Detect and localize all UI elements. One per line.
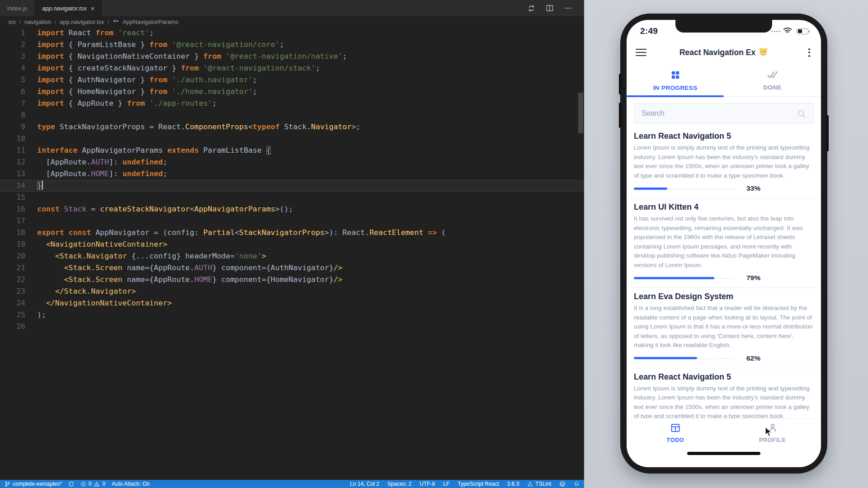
line-number[interactable]: 1 (0, 27, 25, 39)
line-number[interactable]: 5 (0, 74, 25, 86)
code-line-18[interactable]: 18export const AppNavigator = (config: P… (0, 227, 584, 239)
progress-row: 33% (634, 184, 814, 192)
line-number[interactable]: 14 (0, 180, 25, 192)
cat-emoji-icon (759, 47, 768, 58)
code-line-26[interactable]: 26 (0, 321, 584, 333)
auto-attach-toggle[interactable]: Auto Attach: On (112, 481, 150, 487)
code-line-7[interactable]: 7import { AppRoute } from './app-routes'… (0, 98, 584, 109)
phone-frame: 2:49 React (620, 14, 827, 474)
indentation-setting[interactable]: Spaces: 2 (387, 481, 411, 487)
tab-done[interactable]: DONE (724, 65, 821, 96)
line-number[interactable]: 6 (0, 86, 25, 98)
feedback-smiley-icon[interactable] (559, 481, 566, 487)
line-number[interactable]: 23 (0, 286, 25, 297)
home-indicator (687, 452, 760, 455)
line-number[interactable]: 21 (0, 262, 25, 274)
code-line-17[interactable]: 17 (0, 215, 584, 227)
line-number[interactable]: 16 (0, 203, 25, 215)
code-line-3[interactable]: 3import { NavigationNativeContainer } fr… (0, 51, 584, 62)
line-number[interactable]: 18 (0, 227, 25, 239)
device-preview-pane: 2:49 React (584, 0, 868, 488)
breadcrumb-item-file[interactable]: app.navigator.tsx (60, 19, 104, 25)
code-text: ); (25, 309, 46, 321)
line-number[interactable]: 12 (0, 156, 25, 168)
close-tab-icon[interactable]: × (91, 5, 95, 12)
code-line-22[interactable]: 22 <Stack.Screen name={AppRoute.HOME} co… (0, 274, 584, 286)
code-line-2[interactable]: 2import { ParamListBase } from '@react-n… (0, 39, 584, 51)
tab-label: DONE (763, 84, 782, 91)
split-editor-icon[interactable] (546, 5, 553, 12)
code-line-1[interactable]: 1import React from 'react'; (0, 27, 584, 39)
code-line-12[interactable]: 12 [AppRoute.AUTH]: undefined; (0, 156, 584, 168)
encoding-setting[interactable]: UTF-8 (420, 481, 435, 487)
code-line-6[interactable]: 6import { HomeNavigator } from './home.n… (0, 86, 584, 98)
line-number[interactable]: 7 (0, 98, 25, 109)
tslint-status[interactable]: TSLint (527, 481, 551, 487)
grid-icon (670, 70, 680, 81)
line-number[interactable]: 11 (0, 145, 25, 156)
more-actions-icon[interactable] (564, 5, 571, 12)
code-line-9[interactable]: 9type StackNavigatorProps = React.Compon… (0, 121, 584, 133)
line-number[interactable]: 15 (0, 192, 25, 203)
language-mode[interactable]: TypeScript React (458, 481, 499, 487)
line-number[interactable]: 8 (0, 109, 25, 121)
todo-card[interactable]: Learn React Navigation 5Lorem Ipsum is s… (627, 127, 821, 198)
code-text: interface AppNavigatorParams extends Par… (25, 145, 271, 156)
git-branch-indicator[interactable]: complete-exmaples* (5, 481, 62, 487)
code-line-10[interactable]: 10 (0, 133, 584, 145)
line-number[interactable]: 19 (0, 239, 25, 250)
notifications-bell-icon[interactable] (574, 481, 580, 487)
code-line-20[interactable]: 20 <Stack.Navigator {...config} headerMo… (0, 250, 584, 262)
code-line-15[interactable]: 15 (0, 192, 584, 203)
sync-changes-button[interactable] (68, 481, 74, 487)
tab-in-progress[interactable]: IN PROGRESS (627, 65, 724, 96)
code-editor[interactable]: 1import React from 'react';2import { Par… (0, 27, 584, 480)
tab-app-navigator-tsx[interactable]: app.navigator.tsx × (35, 0, 102, 16)
code-line-25[interactable]: 25); (0, 309, 584, 321)
code-line-16[interactable]: 16const Stack = createStackNavigator<App… (0, 203, 584, 215)
code-line-14[interactable]: 14} (0, 180, 584, 192)
code-line-8[interactable]: 8 (0, 109, 584, 121)
typescript-version[interactable]: 3.6.3 (507, 481, 519, 487)
code-text: import React from 'react'; (25, 27, 154, 39)
line-number[interactable]: 13 (0, 168, 25, 180)
todo-card[interactable]: Learn Eva Design SystemIt is a long esta… (627, 288, 821, 368)
editor-scrollbar[interactable] (578, 93, 583, 133)
tab-index-js[interactable]: index.js (0, 0, 35, 16)
breadcrumb-item-navigation[interactable]: navigation (24, 19, 51, 25)
eol-setting[interactable]: LF (443, 481, 449, 487)
code-line-19[interactable]: 19 <NavigationNativeContainer> (0, 239, 584, 250)
problems-indicator[interactable]: 0 0 (80, 481, 105, 487)
code-line-4[interactable]: 4import { createStackNavigator } from '@… (0, 62, 584, 74)
line-number[interactable]: 10 (0, 133, 25, 145)
code-line-5[interactable]: 5import { AuthNavigator } from './auth.n… (0, 74, 584, 86)
line-number[interactable]: 24 (0, 297, 25, 309)
line-number[interactable]: 9 (0, 121, 25, 133)
line-number[interactable]: 25 (0, 309, 25, 321)
interface-symbol-icon (113, 18, 119, 25)
search-input[interactable] (634, 103, 814, 124)
line-number[interactable]: 26 (0, 321, 25, 333)
code-line-23[interactable]: 23 </Stack.Navigator> (0, 286, 584, 297)
cursor-position[interactable]: Ln 14, Col 2 (350, 481, 379, 487)
code-line-21[interactable]: 21 <Stack.Screen name={AppRoute.AUTH} co… (0, 262, 584, 274)
code-line-13[interactable]: 13 [AppRoute.HOME]: undefined; (0, 168, 584, 180)
code-line-24[interactable]: 24 </NavigationNativeContainer> (0, 297, 584, 309)
sync-icon[interactable] (528, 5, 535, 12)
breadcrumb-item-symbol[interactable]: AppNavigatorParams (123, 19, 179, 25)
todo-card[interactable]: Learn React Navigation 5Lorem Ipsum is s… (627, 368, 821, 419)
line-number[interactable]: 20 (0, 250, 25, 262)
todo-card[interactable]: Learn UI Kitten 4It has survived not onl… (627, 198, 821, 288)
breadcrumb-item-src[interactable]: src (8, 19, 16, 25)
more-options-icon[interactable] (807, 47, 812, 59)
line-number[interactable]: 22 (0, 274, 25, 286)
menu-hamburger-icon[interactable] (636, 49, 646, 56)
line-number[interactable]: 2 (0, 39, 25, 51)
progress-fill (634, 188, 667, 190)
line-number[interactable]: 3 (0, 51, 25, 62)
bottom-tab-todo[interactable]: TODO (627, 419, 724, 446)
code-line-11[interactable]: 11interface AppNavigatorParams extends P… (0, 145, 584, 156)
code-text: [AppRoute.AUTH]: undefined; (25, 156, 167, 168)
line-number[interactable]: 17 (0, 215, 25, 227)
line-number[interactable]: 4 (0, 62, 25, 74)
